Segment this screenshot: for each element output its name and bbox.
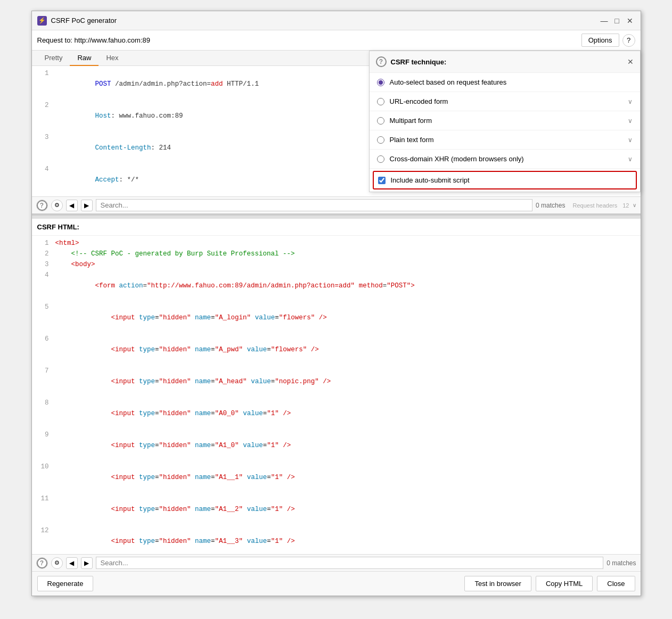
html-line-6: 6 <input type="hidden" name="A_pwd" valu… <box>32 334 641 366</box>
html-line-7: 7 <input type="hidden" name="A_head" val… <box>32 366 641 398</box>
window-controls: — □ ✕ <box>599 15 635 26</box>
request-header-bar: Request to: http://www.fahuo.com:89 Opti… <box>32 30 641 51</box>
multipart-expand-icon[interactable]: ∨ <box>628 117 633 125</box>
bottom-prev-match-button[interactable]: ◀ <box>66 557 78 569</box>
regenerate-button[interactable]: Regenerate <box>37 576 94 591</box>
csrf-radio-urlencoded[interactable] <box>377 98 384 105</box>
csrf-option-crossdomain-label: Cross-domain XHR (modern browsers only) <box>390 155 524 163</box>
title-bar: ⚡ CSRF PoC generator — □ ✕ <box>32 11 641 30</box>
bottom-search-settings-button[interactable]: ⚙ <box>51 557 63 569</box>
prev-match-button[interactable]: ◀ <box>66 200 78 211</box>
bottom-pane: CSRF HTML: 1 <html> 2 <!-- CSRF PoC - ge… <box>32 219 641 596</box>
csrf-radio-crossdomain[interactable] <box>377 155 384 163</box>
csrf-panel-title: CSRF technique: <box>391 58 623 66</box>
top-search-input[interactable] <box>96 199 533 211</box>
top-matches-count: 0 matches <box>536 202 565 209</box>
scroll-down-arrow[interactable]: ∨ <box>633 202 636 208</box>
request-headers-count: 12 <box>622 202 629 209</box>
request-headers-label: Request headers <box>572 202 617 209</box>
app-icon: ⚡ <box>37 16 47 26</box>
close-button[interactable]: ✕ <box>625 15 635 26</box>
maximize-button[interactable]: □ <box>612 15 622 26</box>
window-title: CSRF PoC generator <box>51 16 595 24</box>
urlencoded-expand-icon[interactable]: ∨ <box>628 98 633 105</box>
html-line-1: 1 <html> <box>32 238 641 249</box>
html-line-12: 12 <input type="hidden" name="A1__3" val… <box>32 525 641 554</box>
bottom-next-match-button[interactable]: ▶ <box>81 557 93 569</box>
html-line-10: 10 <input type="hidden" name="A1__1" val… <box>32 461 641 493</box>
plaintext-expand-icon[interactable]: ∨ <box>628 136 633 144</box>
bottom-matches-count: 0 matches <box>607 559 636 567</box>
next-match-button[interactable]: ▶ <box>81 200 93 211</box>
html-line-4: 4 <form action="http://www.fahuo.com:89/… <box>32 270 641 302</box>
csrf-checkbox-autosubmit[interactable] <box>378 177 386 184</box>
bottom-search-bar: ? ⚙ ◀ ▶ 0 matches <box>32 554 641 571</box>
test-in-browser-button[interactable]: Test in browser <box>464 576 531 591</box>
csrf-option-auto[interactable]: Auto-select based on request features <box>370 73 640 92</box>
help-button[interactable]: ? <box>622 34 635 47</box>
html-line-2: 2 <!-- CSRF PoC - generated by Burp Suit… <box>32 249 641 259</box>
copy-html-button[interactable]: Copy HTML <box>536 576 593 591</box>
main-window: ⚡ CSRF PoC generator — □ ✕ Request to: h… <box>31 11 641 596</box>
close-dialog-button[interactable]: Close <box>597 576 635 591</box>
csrf-panel-header: ? CSRF technique: ✕ <box>370 51 640 73</box>
top-search-bar: ? ⚙ ◀ ▶ 0 matches Request headers 12 ∨ <box>32 196 641 213</box>
csrf-panel-close-button[interactable]: ✕ <box>627 57 634 66</box>
html-line-3: 3 <body> <box>32 259 641 270</box>
csrf-radio-plaintext[interactable] <box>377 136 384 144</box>
csrf-radio-auto[interactable] <box>377 79 384 86</box>
request-pane: Pretty Raw Hex 1 POST /admin/admin.php?a… <box>32 51 641 216</box>
csrf-option-plaintext[interactable]: Plain text form ∨ <box>370 130 640 150</box>
csrf-option-plaintext-label: Plain text form <box>390 136 434 144</box>
bottom-search-input[interactable] <box>96 557 604 569</box>
csrf-option-auto-label: Auto-select based on request features <box>390 78 507 86</box>
csrf-option-autosubmit[interactable]: Include auto-submit script <box>373 171 637 189</box>
bottom-search-help-button[interactable]: ? <box>36 557 48 569</box>
csrf-technique-panel: ? CSRF technique: ✕ Auto-select based on… <box>369 51 641 192</box>
search-settings-button[interactable]: ⚙ <box>51 200 63 211</box>
csrf-option-multipart-label: Multipart form <box>390 117 432 125</box>
tab-hex[interactable]: Hex <box>99 51 126 66</box>
search-help-button[interactable]: ? <box>36 200 48 211</box>
csrf-option-urlencoded[interactable]: URL-encoded form ∨ <box>370 92 640 111</box>
tab-pretty[interactable]: Pretty <box>37 51 70 66</box>
csrf-html-header: CSRF HTML: <box>32 219 641 236</box>
csrf-option-multipart[interactable]: Multipart form ∨ <box>370 111 640 130</box>
options-button[interactable]: Options <box>581 34 619 47</box>
csrf-radio-multipart[interactable] <box>377 117 384 125</box>
html-line-9: 9 <input type="hidden" name="A1_0" value… <box>32 430 641 461</box>
csrf-option-autosubmit-label: Include auto-submit script <box>391 176 470 184</box>
action-bar: Regenerate Test in browser Copy HTML Clo… <box>32 571 641 596</box>
request-url: Request to: http://www.fahuo.com:89 <box>37 36 581 44</box>
crossdomain-expand-icon[interactable]: ∨ <box>628 155 633 163</box>
tab-raw[interactable]: Raw <box>70 51 99 66</box>
minimize-button[interactable]: — <box>599 15 610 26</box>
html-line-8: 8 <input type="hidden" name="A0_0" value… <box>32 398 641 430</box>
html-line-5: 5 <input type="hidden" name="A_login" va… <box>32 302 641 334</box>
csrf-help-icon: ? <box>376 56 387 67</box>
html-line-11: 11 <input type="hidden" name="A1__2" val… <box>32 493 641 525</box>
csrf-html-code-area: 1 <html> 2 <!-- CSRF PoC - generated by … <box>32 236 641 554</box>
csrf-option-urlencoded-label: URL-encoded form <box>390 97 448 105</box>
csrf-option-crossdomain[interactable]: Cross-domain XHR (modern browsers only) … <box>370 150 640 169</box>
